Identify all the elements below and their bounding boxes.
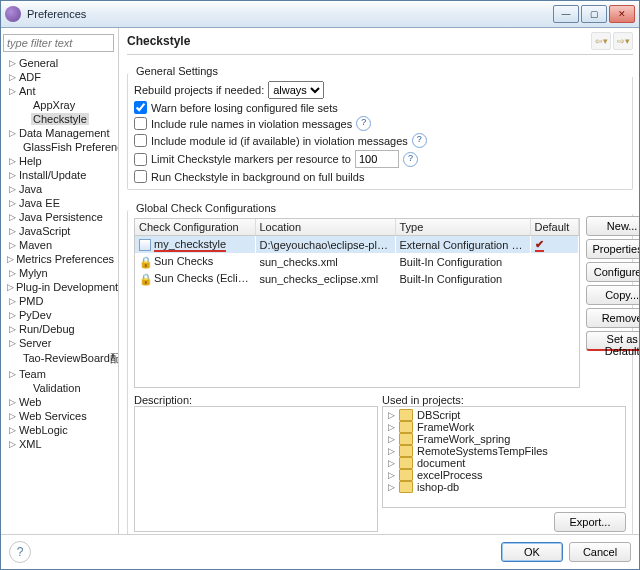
remove-button[interactable]: Remove bbox=[586, 308, 640, 328]
expand-icon[interactable]: ▷ bbox=[7, 170, 17, 180]
project-item[interactable]: ▷FrameWork_spring bbox=[385, 433, 623, 445]
help-icon[interactable]: ? bbox=[412, 133, 427, 148]
project-item[interactable]: ▷ishop-db bbox=[385, 481, 623, 493]
sidebar-item-web-services[interactable]: ▷Web Services bbox=[3, 409, 116, 423]
export-button[interactable]: Export... bbox=[554, 512, 626, 532]
help-icon[interactable]: ? bbox=[403, 152, 418, 167]
include-module-checkbox[interactable] bbox=[134, 134, 147, 147]
expand-icon[interactable]: ▷ bbox=[7, 72, 17, 82]
expand-icon[interactable]: ▷ bbox=[387, 422, 395, 432]
warn-checkbox[interactable] bbox=[134, 101, 147, 114]
help-icon[interactable]: ? bbox=[356, 116, 371, 131]
sidebar-item-team[interactable]: ▷Team bbox=[3, 367, 116, 381]
table-row[interactable]: 🔒Sun Checks (Eclipse)sun_checks_eclipse.… bbox=[135, 270, 578, 287]
expand-icon[interactable]: ▷ bbox=[7, 128, 17, 138]
project-item[interactable]: ▷excelProcess bbox=[385, 469, 623, 481]
sidebar-item-pydev[interactable]: ▷PyDev bbox=[3, 308, 116, 322]
expand-icon[interactable]: ▷ bbox=[7, 310, 17, 320]
expand-icon[interactable]: ▷ bbox=[387, 470, 395, 480]
col-default[interactable]: Default bbox=[530, 219, 578, 236]
sidebar-item-general[interactable]: ▷General bbox=[3, 56, 116, 70]
minimize-button[interactable]: — bbox=[553, 5, 579, 23]
include-rule-checkbox[interactable] bbox=[134, 117, 147, 130]
expand-icon[interactable]: ▷ bbox=[7, 58, 17, 68]
sidebar-item-adf[interactable]: ▷ADF bbox=[3, 70, 116, 84]
sidebar-item-java-persistence[interactable]: ▷Java Persistence bbox=[3, 210, 116, 224]
cancel-button[interactable]: Cancel bbox=[569, 542, 631, 562]
expand-icon[interactable]: ▷ bbox=[7, 184, 17, 194]
expand-icon[interactable]: ▷ bbox=[7, 397, 17, 407]
expand-icon[interactable]: ▷ bbox=[7, 425, 17, 435]
configure-button[interactable]: Configure... bbox=[586, 262, 640, 282]
sidebar-item-xml[interactable]: ▷XML bbox=[3, 437, 116, 451]
rebuild-combo[interactable]: always bbox=[268, 81, 324, 99]
filter-input[interactable] bbox=[3, 34, 114, 52]
sidebar-item-java-ee[interactable]: ▷Java EE bbox=[3, 196, 116, 210]
sidebar-item-maven[interactable]: ▷Maven bbox=[3, 238, 116, 252]
close-button[interactable]: ✕ bbox=[609, 5, 635, 23]
expand-icon[interactable]: ▷ bbox=[387, 434, 395, 444]
sidebar-item-server[interactable]: ▷Server bbox=[3, 336, 116, 350]
back-icon[interactable]: ⇦▾ bbox=[591, 32, 611, 50]
project-item[interactable]: ▷FrameWork bbox=[385, 421, 623, 433]
expand-icon[interactable]: ▷ bbox=[7, 254, 14, 264]
new-button[interactable]: New... bbox=[586, 216, 640, 236]
sidebar-item-help[interactable]: ▷Help bbox=[3, 154, 116, 168]
bg-checkbox[interactable] bbox=[134, 170, 147, 183]
sidebar-item-weblogic[interactable]: ▷WebLogic bbox=[3, 423, 116, 437]
expand-icon[interactable]: ▷ bbox=[7, 296, 17, 306]
expand-icon[interactable]: ▷ bbox=[7, 198, 17, 208]
expand-icon[interactable]: ▷ bbox=[387, 482, 395, 492]
expand-icon[interactable]: ▷ bbox=[7, 324, 17, 334]
maximize-button[interactable]: ▢ bbox=[581, 5, 607, 23]
expand-icon[interactable]: ▷ bbox=[7, 226, 17, 236]
project-item[interactable]: ▷RemoteSystemsTempFiles bbox=[385, 445, 623, 457]
project-item[interactable]: ▷DBScript bbox=[385, 409, 623, 421]
limit-input[interactable] bbox=[355, 150, 399, 168]
limit-checkbox[interactable] bbox=[134, 153, 147, 166]
sidebar-item-web[interactable]: ▷Web bbox=[3, 395, 116, 409]
sidebar-item-glassfish-preferences[interactable]: GlassFish Preferences bbox=[3, 140, 116, 154]
expand-icon[interactable]: ▷ bbox=[7, 338, 17, 348]
projects-tree[interactable]: ▷DBScript▷FrameWork▷FrameWork_spring▷Rem… bbox=[382, 406, 626, 508]
sidebar-item-appxray[interactable]: AppXray bbox=[3, 98, 116, 112]
expand-icon[interactable]: ▷ bbox=[7, 212, 17, 222]
sidebar-item-ant[interactable]: ▷Ant bbox=[3, 84, 116, 98]
sidebar-item-install-update[interactable]: ▷Install/Update bbox=[3, 168, 116, 182]
project-item[interactable]: ▷document bbox=[385, 457, 623, 469]
expand-icon[interactable]: ▷ bbox=[7, 411, 17, 421]
expand-icon[interactable]: ▷ bbox=[387, 458, 395, 468]
sidebar-item-checkstyle[interactable]: Checkstyle bbox=[3, 112, 116, 126]
help-button[interactable]: ? bbox=[9, 541, 31, 563]
expand-icon[interactable]: ▷ bbox=[7, 439, 17, 449]
set-default-button[interactable]: Set as Default bbox=[586, 331, 640, 351]
expand-icon[interactable]: ▷ bbox=[7, 156, 17, 166]
sidebar-item-metrics-preferences[interactable]: ▷Metrics Preferences bbox=[3, 252, 116, 266]
table-row[interactable]: 🔒Sun Checkssun_checks.xmlBuilt-In Config… bbox=[135, 253, 578, 270]
sidebar-item-run-debug[interactable]: ▷Run/Debug bbox=[3, 322, 116, 336]
ok-button[interactable]: OK bbox=[501, 542, 563, 562]
col-type[interactable]: Type bbox=[395, 219, 530, 236]
expand-icon[interactable]: ▷ bbox=[7, 369, 17, 379]
sidebar-item-java[interactable]: ▷Java bbox=[3, 182, 116, 196]
expand-icon[interactable]: ▷ bbox=[387, 410, 395, 420]
category-tree[interactable]: ▷General▷ADF▷AntAppXrayCheckstyle▷Data M… bbox=[3, 56, 118, 530]
sidebar-item-validation[interactable]: Validation bbox=[3, 381, 116, 395]
expand-icon[interactable]: ▷ bbox=[7, 268, 17, 278]
config-table[interactable]: Check Configuration Location Type Defaul… bbox=[135, 219, 579, 287]
col-location[interactable]: Location bbox=[255, 219, 395, 236]
sidebar-item-javascript[interactable]: ▷JavaScript bbox=[3, 224, 116, 238]
expand-icon[interactable]: ▷ bbox=[7, 86, 17, 96]
description-box[interactable] bbox=[134, 406, 378, 532]
copy-button[interactable]: Copy... bbox=[586, 285, 640, 305]
col-name[interactable]: Check Configuration bbox=[135, 219, 255, 236]
sidebar-item-pmd[interactable]: ▷PMD bbox=[3, 294, 116, 308]
sidebar-item-mylyn[interactable]: ▷Mylyn bbox=[3, 266, 116, 280]
table-row[interactable]: my_checkstyleD:\geyouchao\eclipse-plugin… bbox=[135, 236, 578, 254]
forward-icon[interactable]: ⇨▾ bbox=[613, 32, 633, 50]
properties-button[interactable]: Properties... bbox=[586, 239, 640, 259]
expand-icon[interactable]: ▷ bbox=[7, 240, 17, 250]
sidebar-item-data-management[interactable]: ▷Data Management bbox=[3, 126, 116, 140]
expand-icon[interactable]: ▷ bbox=[7, 282, 14, 292]
sidebar-item-tao-reviewboard-[interactable]: Tao-ReviewBoard配置 bbox=[3, 350, 116, 367]
